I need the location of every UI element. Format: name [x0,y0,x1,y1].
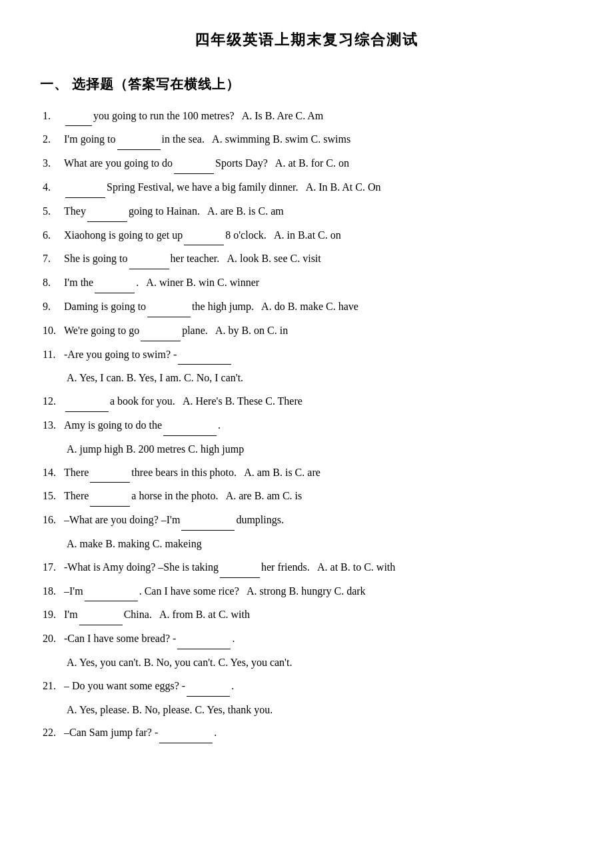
question-content: She is going to her teacher. A. look B. … [64,249,573,269]
answer-blank[interactable] [65,392,109,412]
question-sub-options: A. make B. making C. makeing [40,535,573,554]
question-number: 7. [43,249,64,269]
question-number: 8. [43,273,64,293]
question-content: I'm going to in the sea. A. swimming B. … [64,130,573,150]
question-item: 12. a book for you. A. Here's B. These C… [40,392,573,412]
answer-blank[interactable] [65,178,105,198]
question-item: 7.She is going to her teacher. A. look B… [40,249,573,269]
question-number: 11. [43,345,64,365]
question-options: A. in B.at C. on [274,229,341,241]
question-item: 10.We're going to go plane. A. by B. on … [40,321,573,341]
question-options: A. at B. for C. on [275,157,349,169]
question-content: -Can I have some bread? - . [64,629,573,649]
answer-blank[interactable] [220,558,260,578]
answer-blank[interactable] [178,345,231,365]
question-number: 15. [43,487,64,506]
question-number: 19. [43,605,64,625]
answer-blank[interactable] [129,249,169,269]
question-content: Xiaohong is going to get up 8 o'clock. A… [64,226,573,246]
question-content: We're going to go plane. A. by B. on C. … [64,321,573,341]
question-options: A. by B. on C. in [215,325,288,336]
question-content: Amy is going to do the . [64,416,573,436]
question-number: 16. [43,511,64,530]
question-options: A. look B. see C. visit [227,253,320,264]
question-item: 15.There a horse in the photo. A. are B.… [40,487,573,507]
question-item: 3.What are you going to do Sports Day? A… [40,154,573,174]
answer-blank[interactable] [159,723,213,743]
question-options: A. winer B. win C. winner [146,277,259,288]
question-content: I'm the . A. winer B. win C. winner [64,273,573,293]
question-number: 20. [43,629,64,649]
question-item: 21.– Do you want some eggs? - . [40,677,573,697]
question-number: 4. [43,178,64,197]
answer-blank[interactable] [141,321,181,341]
answer-blank[interactable] [163,416,217,436]
question-options: A. strong B. hungry C. dark [247,585,366,597]
question-sub-options: A. jump high B. 200 metres C. high jump [40,440,573,459]
answer-blank[interactable] [85,582,138,602]
question-content: Daming is going to the high jump. A. do … [64,297,573,317]
question-item: 18.–I'm . Can I have some rice? A. stron… [40,582,573,602]
question-number: 5. [43,202,64,221]
answer-blank[interactable] [187,677,230,697]
question-item: 13.Amy is going to do the . [40,416,573,436]
question-item: 8.I'm the . A. winer B. win C. winner [40,273,573,293]
answer-blank[interactable] [87,202,127,222]
question-item: 4. Spring Festival, we have a big family… [40,178,573,198]
question-options: A. In B. At C. On [306,181,381,193]
answer-blank[interactable] [117,130,161,150]
question-item: 20.-Can I have some bread? - . [40,629,573,649]
question-sub-options: A. Yes, I can. B. Yes, I am. C. No, I ca… [40,369,573,388]
question-number: 10. [43,321,64,341]
question-item: 16.–What are you doing? –I'm dumplings. [40,511,573,531]
question-number: 18. [43,582,64,601]
question-sub-options: A. Yes, please. B. No, please. C. Yes, t… [40,701,573,720]
question-options: A. from B. at C. with [159,609,250,620]
section1-title: 一、 选择题（答案写在横线上） [40,72,573,96]
question-options: A. at B. to C. with [317,561,395,573]
question-content: There three bears in this photo. A. am B… [64,463,573,483]
question-options: A. Here's B. These C. There [183,395,303,407]
question-content: –Can Sam jump far? - . [64,723,573,743]
question-sub-options: A. Yes, you can't. B. No, you can't. C. … [40,653,573,673]
question-number: 6. [43,226,64,245]
answer-blank[interactable] [147,297,191,317]
question-options: A. am B. is C. are [244,467,320,478]
question-number: 13. [43,416,64,435]
answer-blank[interactable] [181,511,235,531]
question-content: a book for you. A. Here's B. These C. Th… [64,392,573,412]
question-item: 19.I'm China. A. from B. at C. with [40,605,573,625]
question-options: A. swimming B. swim C. swims [212,133,350,145]
question-item: 6.Xiaohong is going to get up 8 o'clock.… [40,226,573,246]
question-content: There a horse in the photo. A. are B. am… [64,487,573,507]
question-content: Spring Festival, we have a big family di… [64,178,573,198]
question-number: 17. [43,558,64,577]
question-content: – Do you want some eggs? - . [64,677,573,697]
question-item: 14.There three bears in this photo. A. a… [40,463,573,483]
question-content: I'm China. A. from B. at C. with [64,605,573,625]
answer-blank[interactable] [95,273,135,293]
answer-blank[interactable] [90,487,130,507]
answer-blank[interactable] [90,463,130,483]
question-item: 2.I'm going to in the sea. A. swimming B… [40,130,573,150]
question-number: 3. [43,154,64,173]
question-item: 9.Daming is going to the high jump. A. d… [40,297,573,317]
answer-blank[interactable] [65,107,92,127]
question-item: 5.They going to Hainan. A. are B. is C. … [40,202,573,222]
question-options: A. are B. am C. is [226,490,303,501]
answer-blank[interactable] [184,226,224,246]
question-number: 22. [43,723,64,743]
page-title: 四年级英语上期末复习综合测试 [40,27,573,53]
question-content: –I'm . Can I have some rice? A. strong B… [64,582,573,602]
question-item: 17.-What is Amy doing? –She is taking he… [40,558,573,578]
answer-blank[interactable] [174,154,214,174]
answer-blank[interactable] [177,629,231,649]
question-number: 21. [43,677,64,696]
question-number: 9. [43,297,64,317]
question-content: -Are you going to swim? - [64,345,573,365]
question-content: What are you going to do Sports Day? A. … [64,154,573,174]
question-item: 22.–Can Sam jump far? - . [40,723,573,743]
answer-blank[interactable] [79,605,123,625]
question-item: 1. you going to run the 100 metres? A. I… [40,107,573,127]
question-number: 12. [43,392,64,411]
